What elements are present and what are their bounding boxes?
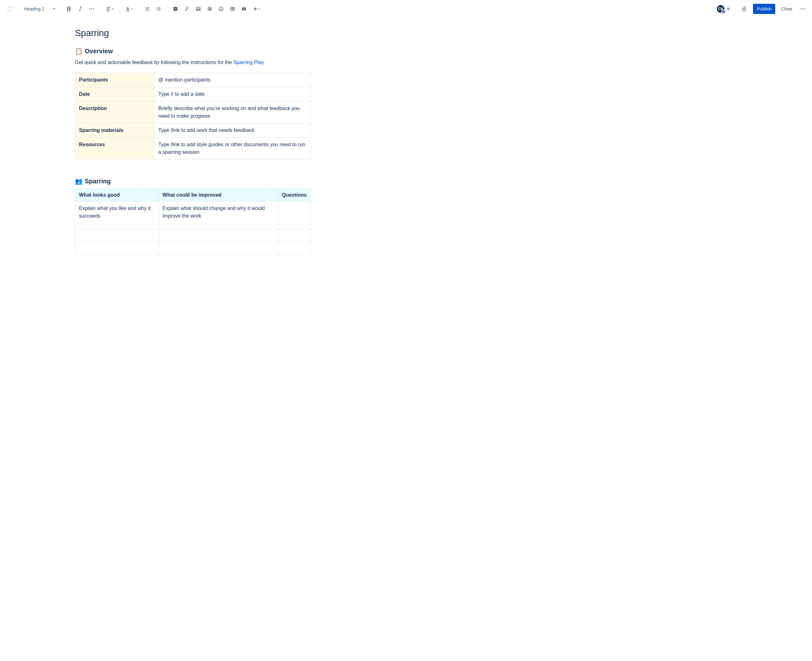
text-color-dropdown[interactable]	[123, 4, 136, 14]
confluence-logo	[6, 5, 13, 13]
more-horizontal-icon	[89, 8, 94, 10]
overview-table[interactable]: Participants@ mention participantsDateTy…	[75, 73, 311, 160]
table-cell-value[interactable]: @ mention participants	[155, 73, 311, 87]
alignment-dropdown[interactable]	[104, 4, 116, 14]
table-cell[interactable]: Explain what you like and why it succeed…	[75, 201, 159, 229]
insert-dropdown[interactable]	[250, 4, 263, 14]
emoji-icon	[219, 6, 223, 11]
italic-icon	[78, 6, 83, 11]
publish-button[interactable]: Publish	[753, 4, 775, 14]
page-content[interactable]: Sparring 📋 Overview Get quick and action…	[72, 28, 313, 255]
overview-intro[interactable]: Get quick and actionable feedback by fol…	[75, 59, 311, 66]
table-cell-value[interactable]: Type // to add a date	[155, 87, 311, 102]
numbered-list-icon: 123	[156, 6, 161, 11]
table-cell-key[interactable]: Description	[75, 102, 155, 123]
image-button[interactable]	[193, 4, 203, 14]
chevron-down-icon	[112, 8, 113, 10]
table-header-cell[interactable]: Questions	[278, 189, 311, 201]
table-cell-value[interactable]: Type /link to add style guides or other …	[155, 138, 311, 160]
bullet-list-icon	[145, 6, 150, 11]
svg-point-13	[208, 7, 212, 11]
svg-rect-21	[743, 8, 746, 11]
svg-rect-20	[244, 7, 246, 10]
table-cell-value[interactable]: Type /link to add work that needs feedba…	[155, 123, 311, 138]
text-style-dropdown[interactable]: Heading 2	[22, 5, 57, 13]
table-header-cell[interactable]: What looks good	[75, 189, 159, 201]
table-row[interactable]	[75, 229, 311, 242]
svg-point-6	[145, 10, 146, 10]
table-row[interactable]: DateType // to add a date	[75, 87, 311, 102]
restrictions-button[interactable]	[739, 4, 749, 14]
table-cell-key[interactable]: Resources	[75, 138, 155, 160]
table-header-cell[interactable]: What could be improved	[159, 189, 278, 201]
table-cell[interactable]: Explain what should change and why it wo…	[159, 201, 278, 229]
separator	[167, 5, 167, 13]
plus-icon	[726, 7, 730, 11]
image-icon	[196, 6, 201, 11]
link-icon	[184, 6, 189, 11]
table-cell[interactable]	[159, 242, 278, 255]
separator	[60, 5, 61, 13]
avatar[interactable]: CK C	[716, 5, 725, 13]
more-actions-button[interactable]	[798, 4, 808, 14]
table-cell-key[interactable]: Sparring materials	[75, 123, 155, 138]
svg-point-23	[803, 8, 804, 10]
svg-point-1	[91, 8, 92, 10]
checkbox-icon	[173, 6, 178, 11]
mention-icon	[207, 6, 212, 11]
separator	[100, 5, 100, 13]
overview-heading-text: Overview	[85, 48, 113, 55]
sparring-heading[interactable]: 👥 Sparring	[75, 177, 311, 185]
svg-point-24	[805, 8, 806, 10]
close-button[interactable]: Close	[778, 4, 796, 14]
table-cell-key[interactable]: Date	[75, 87, 155, 102]
table-button[interactable]	[227, 4, 238, 14]
svg-text:3: 3	[156, 9, 157, 11]
bullet-list-button[interactable]	[142, 4, 152, 14]
people-icon: 👥	[75, 177, 83, 185]
separator	[119, 5, 120, 13]
table-cell[interactable]	[278, 201, 311, 229]
text-color-icon	[125, 6, 130, 11]
chevron-down-icon	[131, 8, 133, 10]
bold-icon	[66, 6, 71, 11]
table-cell[interactable]	[159, 229, 278, 242]
clipboard-icon: 📋	[75, 47, 83, 55]
chevron-down-icon	[53, 8, 55, 10]
italic-button[interactable]	[75, 4, 85, 14]
table-row[interactable]	[75, 242, 311, 255]
page-title[interactable]: Sparring	[75, 28, 311, 38]
table-cell[interactable]	[75, 229, 159, 242]
plus-icon	[253, 6, 258, 11]
more-formatting-button[interactable]	[86, 4, 97, 14]
numbered-list-button[interactable]: 123	[153, 4, 164, 14]
emoji-button[interactable]	[216, 4, 226, 14]
svg-point-2	[93, 8, 94, 10]
align-left-icon	[106, 6, 111, 11]
unlocked-icon	[741, 6, 747, 12]
table-row[interactable]: DescriptionBriefly describe what you're …	[75, 102, 311, 123]
editor-toolbar: Heading 2 123	[0, 0, 812, 18]
svg-point-12	[197, 8, 198, 9]
layouts-button[interactable]	[239, 4, 249, 14]
table-cell[interactable]	[278, 229, 311, 242]
link-button[interactable]	[182, 4, 192, 14]
table-cell-key[interactable]: Participants	[75, 73, 155, 87]
table-row[interactable]: Participants@ mention participants	[75, 73, 311, 87]
svg-rect-3	[126, 10, 129, 11]
collaborator-avatars: CK C	[716, 5, 733, 13]
table-cell-value[interactable]: Briefly describe what you're working on …	[155, 102, 311, 123]
table-row[interactable]: Explain what you like and why it succeed…	[75, 201, 311, 229]
table-row[interactable]: Sparring materialsType /link to add work…	[75, 123, 311, 138]
mention-button[interactable]	[204, 4, 215, 14]
sparring-play-link[interactable]: Sparring Play	[233, 60, 263, 65]
action-item-button[interactable]	[170, 4, 180, 14]
intro-text-suffix: .	[263, 60, 265, 65]
overview-heading[interactable]: 📋 Overview	[75, 47, 311, 55]
bold-button[interactable]	[64, 4, 74, 14]
svg-point-17	[222, 8, 222, 9]
table-row[interactable]: ResourcesType /link to add style guides …	[75, 138, 311, 160]
table-cell[interactable]	[278, 242, 311, 255]
table-cell[interactable]	[75, 242, 159, 255]
sparring-table[interactable]: What looks goodWhat could be improvedQue…	[75, 189, 311, 255]
